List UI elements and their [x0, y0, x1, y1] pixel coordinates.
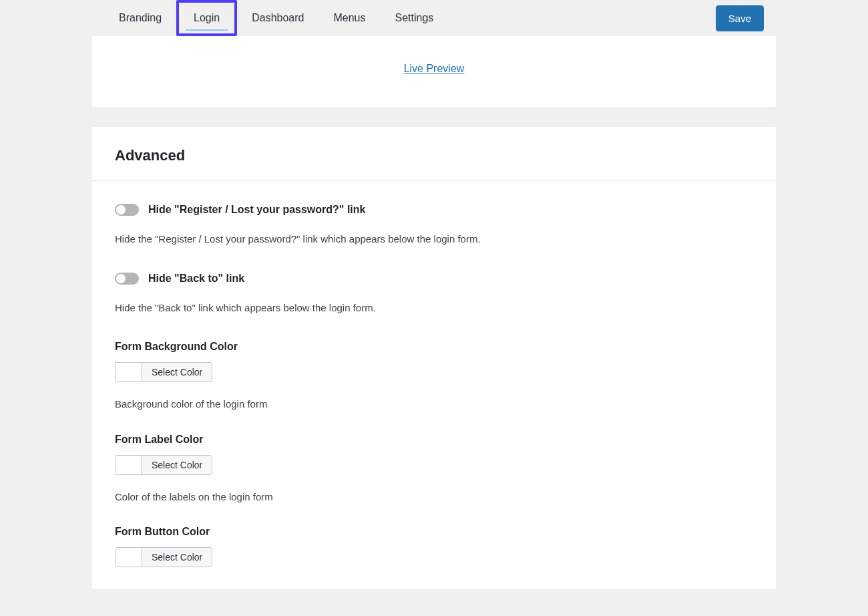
form-background-color-label: Form Background Color: [115, 341, 753, 353]
tab-settings[interactable]: Settings: [381, 0, 449, 36]
form-label-color-button-label: Select Color: [142, 456, 212, 474]
form-button-color-setting: Form Button Color Select Color: [115, 526, 753, 582]
form-button-color-button-label: Select Color: [142, 548, 212, 567]
form-button-color-label: Form Button Color: [115, 526, 753, 538]
hide-backto-setting: Hide "Back to" link Hide the "Back to" l…: [115, 273, 753, 316]
form-background-color-button-label: Select Color: [142, 363, 212, 381]
hide-register-toggle[interactable]: [115, 204, 139, 216]
form-label-color-swatch: [116, 456, 142, 474]
form-background-color-setting: Form Background Color Select Color Backg…: [115, 341, 753, 412]
panel-header: Advanced: [92, 127, 776, 181]
preview-panel: Live Preview: [92, 36, 776, 107]
save-button[interactable]: Save: [716, 5, 764, 31]
form-label-color-label: Form Label Color: [115, 434, 753, 446]
hide-backto-toggle[interactable]: [115, 273, 139, 285]
hide-register-setting: Hide "Register / Lost your password?" li…: [115, 204, 753, 247]
tab-branding[interactable]: Branding: [104, 0, 176, 36]
form-label-color-setting: Form Label Color Select Color Color of t…: [115, 434, 753, 505]
form-button-color-swatch: [116, 548, 142, 567]
tabs-bar: Branding Login Dashboard Menus Settings …: [92, 0, 776, 36]
section-title: Advanced: [115, 147, 753, 164]
tab-menus[interactable]: Menus: [318, 0, 380, 36]
panel-body: Hide "Register / Lost your password?" li…: [92, 181, 776, 589]
form-label-color-picker[interactable]: Select Color: [115, 455, 212, 475]
tabs-list: Branding Login Dashboard Menus Settings: [104, 0, 448, 36]
form-button-color-picker[interactable]: Select Color: [115, 547, 212, 567]
tab-login[interactable]: Login: [176, 0, 237, 36]
live-preview-link[interactable]: Live Preview: [404, 63, 465, 74]
hide-backto-description: Hide the "Back to" link which appears be…: [115, 301, 753, 316]
hide-register-description: Hide the "Register / Lost your password?…: [115, 232, 753, 247]
tab-dashboard[interactable]: Dashboard: [237, 0, 318, 36]
hide-register-label: Hide "Register / Lost your password?" li…: [148, 204, 365, 216]
form-label-color-description: Color of the labels on the login form: [115, 490, 753, 505]
form-background-color-description: Background color of the login form: [115, 397, 753, 412]
hide-backto-label: Hide "Back to" link: [148, 273, 244, 285]
advanced-panel: Advanced Hide "Register / Lost your pass…: [92, 127, 776, 589]
form-background-color-swatch: [116, 363, 142, 381]
form-background-color-picker[interactable]: Select Color: [115, 362, 212, 382]
